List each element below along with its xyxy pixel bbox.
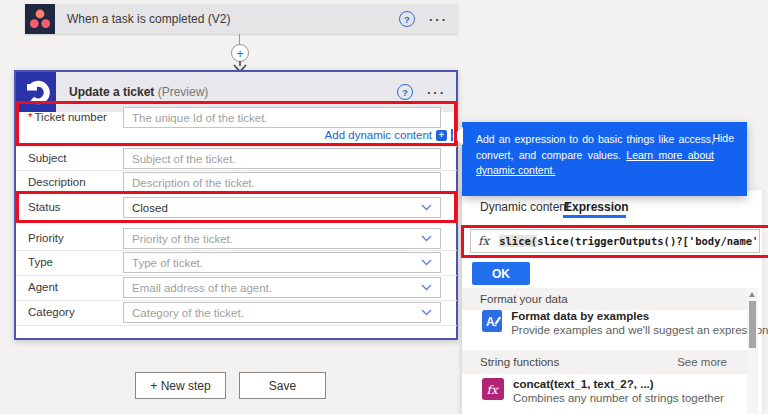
freshdesk-icon (16, 72, 56, 112)
row-divider (16, 146, 457, 147)
field-placeholder: The unique Id of the ticket. (132, 112, 432, 124)
field-label-agent: Agent (28, 281, 58, 293)
field-placeholder: Email address of the agent. (132, 282, 421, 294)
input-ticket-number[interactable]: The unique Id of the ticket. (123, 107, 441, 128)
select-status[interactable]: Closed (123, 197, 441, 218)
add-dynamic-content-link[interactable]: Add dynamic content (325, 129, 432, 141)
item-subtitle: Provide examples and we'll suggest an ex… (511, 324, 747, 336)
ok-button[interactable]: OK (472, 262, 530, 285)
panel-scrollbar[interactable] (747, 288, 758, 414)
active-tab-underline (563, 215, 626, 218)
section-header-string-functions: String functionsSee more (462, 350, 747, 374)
select-priority[interactable]: Priority of the ticket. (123, 228, 441, 249)
select-type[interactable]: Type of ticket. (123, 252, 441, 273)
select-category[interactable]: Category of the ticket. (123, 302, 441, 323)
menu-ellipsis-icon[interactable]: ··· (429, 12, 448, 27)
fx-icon: fx (482, 378, 504, 400)
add-dynamic-content[interactable]: Add dynamic content + (16, 129, 453, 141)
svg-text:fx: fx (487, 383, 499, 397)
field-placeholder: Description of the ticket. (132, 177, 432, 189)
asana-icon (25, 4, 55, 34)
menu-ellipsis-icon[interactable]: ··· (427, 85, 446, 100)
section-header-format-your-data: Format your data (462, 288, 747, 310)
trigger-card[interactable]: When a task is completed (V2) ? ··· (25, 4, 458, 34)
help-icon[interactable]: ? (397, 84, 413, 100)
field-label-type: Type (28, 256, 53, 268)
input-description[interactable]: Description of the ticket. (123, 172, 441, 193)
row-divider (16, 170, 457, 171)
row-divider (16, 250, 457, 251)
hide-button[interactable]: Hide (712, 132, 734, 144)
tab-expression[interactable]: Expression (564, 200, 629, 214)
item-title: concat(text_1, text_2?, ...) (513, 378, 724, 390)
plus-icon: + (436, 130, 447, 141)
trigger-title: When a task is completed (V2) (67, 12, 399, 26)
row-divider (16, 325, 457, 326)
required-asterisk: * (28, 111, 32, 123)
expression-input[interactable]: fx slice(slice(triggerOutputs()?['body/n… (470, 229, 760, 253)
field-label-ticket-number: *Ticket number (28, 111, 107, 123)
chevron-down-icon (421, 204, 432, 211)
chevron-down-icon (421, 259, 432, 266)
row-divider (16, 300, 457, 301)
item-subtitle: Combines any number of strings together (513, 392, 724, 404)
field-label-priority: Priority (28, 232, 64, 244)
item-title: Format data by examples (511, 310, 747, 322)
field-placeholder: Priority of the ticket. (132, 233, 421, 245)
expression-text: slice(slice(triggerOutputs()?['body/name… (499, 235, 760, 247)
field-value: Closed (132, 202, 421, 214)
flow-designer-canvas: When a task is completed (V2) ? ··· + Up… (0, 0, 768, 414)
action-card-header[interactable]: Update a ticket (Preview) ? ··· (16, 72, 456, 112)
field-placeholder: Category of the ticket. (132, 307, 421, 319)
fx-icon: fx (478, 234, 489, 248)
tab-dynamic-content[interactable]: Dynamic content (480, 200, 569, 214)
select-agent[interactable]: Email address of the agent. (123, 277, 441, 298)
help-icon[interactable]: ? (399, 11, 415, 27)
field-label-description: Description (28, 176, 86, 188)
section-title: Format your data (480, 293, 568, 305)
insert-step-button[interactable]: + (231, 44, 249, 62)
chevron-down-icon (421, 309, 432, 316)
scroll-up-icon[interactable] (749, 292, 755, 297)
field-label-status: Status (28, 201, 61, 213)
format-by-examples-icon: A (482, 310, 502, 332)
callout-beak (452, 127, 463, 145)
function-list-item[interactable]: A Format data by examples Provide exampl… (482, 310, 747, 336)
field-label-subject: Subject (28, 152, 66, 164)
chevron-down-icon (421, 284, 432, 291)
row-divider (16, 275, 457, 276)
scrollbar-thumb[interactable] (749, 301, 756, 348)
function-list-item[interactable]: fx concat(text_1, text_2?, ...) Combines… (482, 378, 747, 404)
new-step-button[interactable]: + New step (135, 372, 226, 399)
callout-message: Add an expression to do basic things lik… (476, 132, 714, 179)
field-label-category: Category (28, 306, 75, 318)
field-placeholder: Subject of the ticket. (132, 153, 432, 165)
see-more-link[interactable]: See more (677, 356, 727, 368)
svg-text:A: A (486, 315, 495, 329)
save-button[interactable]: Save (239, 372, 326, 399)
section-title: String functions (480, 356, 559, 368)
field-placeholder: Type of ticket. (132, 257, 421, 269)
action-title: Update a ticket (Preview) (69, 85, 397, 99)
expression-callout: Add an expression to do basic things lik… (462, 122, 747, 196)
input-subject[interactable]: Subject of the ticket. (123, 148, 441, 169)
chevron-down-icon (421, 235, 432, 242)
